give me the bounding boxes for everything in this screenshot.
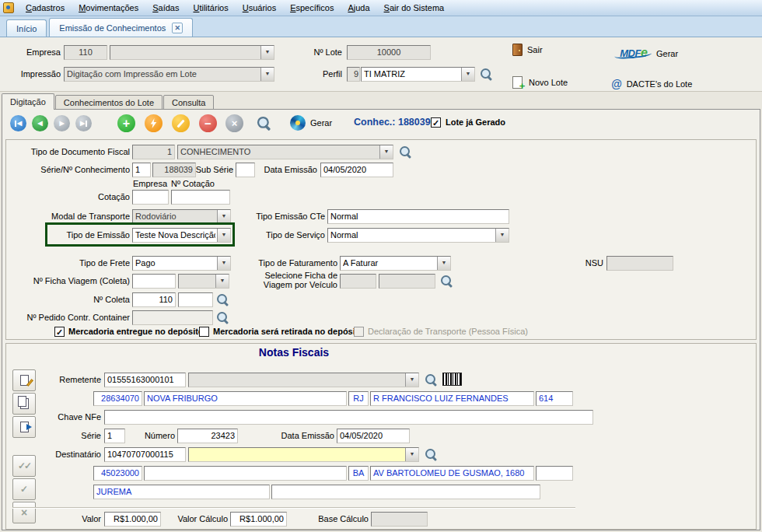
- remetente-numero-field[interactable]: 614: [536, 391, 573, 406]
- nav-first-button[interactable]: ◀: [10, 115, 26, 131]
- nota-import-button[interactable]: [12, 416, 36, 438]
- remetente-search-icon[interactable]: [425, 373, 438, 387]
- delete-record-button[interactable]: −: [199, 114, 217, 132]
- complemento-field[interactable]: [271, 485, 540, 499]
- menu-item-movimentacoes[interactable]: Movimentações: [72, 0, 145, 16]
- declaracao-transporte-label: Declaração de Transporte (Pessoa Física): [368, 324, 528, 339]
- nota-confirm-all-button[interactable]: ✓✓: [12, 455, 36, 477]
- nota-numero-field[interactable]: 23423: [177, 429, 238, 443]
- cotacao-numero-field[interactable]: [171, 190, 230, 205]
- menu-bar: Cadastros Movimentações Saídas Utilitári…: [0, 0, 762, 16]
- menu-item-saidas[interactable]: Saídas: [145, 0, 186, 16]
- tipo-emissao-select[interactable]: Teste Nova Descrição: [132, 228, 231, 243]
- nota-copy-button[interactable]: [12, 393, 36, 415]
- nota-data-emissao-field[interactable]: 04/05/2020: [337, 429, 410, 443]
- nota-cancel-button[interactable]: ×: [12, 502, 36, 523]
- gerar-mdfe-button[interactable]: MDFe Gerar: [616, 44, 678, 64]
- menu-item-sair-do-sistema[interactable]: Sair do Sistema: [377, 0, 452, 16]
- remetente-uf-field[interactable]: RJ: [348, 391, 369, 406]
- destinatario-numero-field[interactable]: [536, 466, 573, 481]
- ficha-veiculo-search-icon[interactable]: [440, 275, 453, 288]
- edit-record-button[interactable]: [172, 114, 190, 132]
- remetente-cidade-field[interactable]: NOVA FRIBURGO: [144, 391, 347, 406]
- dropdown-arrow-icon[interactable]: [437, 257, 450, 270]
- menu-item-ajuda[interactable]: Ajuda: [341, 0, 376, 16]
- impressao-select: Digitação com Impressão em Lote: [64, 67, 274, 82]
- tipo-faturamento-select[interactable]: A Faturar: [340, 256, 451, 271]
- search-records-icon[interactable]: [257, 116, 272, 131]
- destinatario-cep-field[interactable]: 45023000: [93, 466, 142, 481]
- mercadoria-entregue-checkbox[interactable]: [54, 327, 65, 337]
- destinatario-uf-field[interactable]: BA: [348, 466, 369, 481]
- mercadoria-retirada-checkbox[interactable]: [199, 327, 209, 337]
- destinatario-select[interactable]: [188, 447, 419, 462]
- perfil-search-icon[interactable]: [480, 68, 493, 81]
- menu-item-usuarios[interactable]: Usuários: [236, 0, 283, 16]
- pedido-container-field[interactable]: [132, 310, 213, 325]
- valor-calculo-field[interactable]: R$1.000,00: [230, 512, 287, 527]
- tab-inicio[interactable]: Início: [6, 19, 47, 37]
- dropdown-arrow-icon: [215, 275, 229, 288]
- dropdown-arrow-icon: [405, 373, 418, 387]
- serie-field[interactable]: 1: [132, 163, 151, 177]
- nsu-field: [606, 256, 673, 271]
- dropdown-arrow-icon[interactable]: [461, 68, 474, 81]
- data-emissao-field[interactable]: 04/05/2020: [320, 163, 393, 177]
- dacte-button[interactable]: DACTE's do Lote: [611, 78, 692, 90]
- close-tab-icon[interactable]: ✕: [172, 23, 183, 33]
- novo-lote-button[interactable]: Novo Lote: [512, 76, 568, 89]
- subtab-digitacao[interactable]: Digitação: [2, 93, 54, 110]
- pencil-icon: [177, 119, 184, 128]
- tipo-emissao-cte-field[interactable]: Normal: [327, 209, 509, 224]
- nota-confirm-button[interactable]: ✓: [12, 478, 36, 500]
- add-record-button[interactable]: +: [117, 114, 135, 132]
- destinatario-cidade-field[interactable]: [144, 466, 347, 481]
- destinatario-endereco-field[interactable]: AV BARTOLOMEU DE GUSMAO, 1680: [370, 466, 534, 481]
- coleta-field-2[interactable]: [178, 292, 213, 307]
- remetente-endereco-field[interactable]: R FRANCISCO LUIZ FERNANDES: [370, 391, 534, 406]
- tipo-documento-search-icon[interactable]: [399, 145, 412, 159]
- ficha-viagem-field[interactable]: [132, 274, 176, 289]
- gerar-toolbar-button[interactable]: Gerar: [290, 115, 332, 131]
- menu-item-utilitarios[interactable]: Utilitários: [186, 0, 235, 16]
- pedido-container-search-icon[interactable]: [216, 311, 229, 324]
- nav-previous-button[interactable]: ◀: [32, 115, 48, 131]
- bairro-field[interactable]: JUREMA: [93, 485, 270, 499]
- menu-item-especificos[interactable]: Específicos: [283, 0, 341, 16]
- tab-emissao-conhecimentos[interactable]: Emissão de Conhecimentos ✕: [49, 18, 193, 37]
- subtab-conhecimentos-do-lote[interactable]: Conhecimentos do Lote: [55, 95, 163, 110]
- dropdown-arrow-icon[interactable]: [217, 229, 230, 242]
- subtab-consulta[interactable]: Consulta: [163, 95, 214, 110]
- impressao-label: Impressão: [9, 67, 61, 82]
- nav-last-button[interactable]: ▶: [75, 115, 92, 131]
- dropdown-arrow-icon[interactable]: [405, 448, 418, 461]
- remetente-cep-field[interactable]: 28634070: [93, 391, 142, 406]
- dropdown-arrow-icon: [260, 46, 274, 59]
- sair-button[interactable]: Sair: [512, 44, 543, 56]
- dropdown-arrow-icon[interactable]: [217, 257, 230, 270]
- perfil-label: Perfil: [302, 67, 342, 82]
- subserie-field[interactable]: [236, 163, 255, 177]
- mercadoria-retirada-label: Mercadoria será retirada no depósito: [213, 324, 363, 339]
- destinatario-cnpj-field[interactable]: 10470707000115: [104, 447, 186, 462]
- remetente-cnpj-field[interactable]: 01555163000101: [104, 373, 186, 387]
- nota-serie-field[interactable]: 1: [104, 429, 125, 443]
- lote-ja-gerado-checkbox[interactable]: [431, 117, 441, 128]
- tipo-servico-select[interactable]: Normal: [327, 228, 509, 243]
- dropdown-arrow-icon[interactable]: [495, 229, 509, 242]
- coleta-field[interactable]: 110: [132, 292, 176, 307]
- coleta-search-icon[interactable]: [216, 293, 229, 306]
- cotacao-empresa-field[interactable]: [132, 190, 169, 205]
- cancel-record-button[interactable]: ×: [225, 114, 243, 132]
- tipo-frete-select[interactable]: Pago: [132, 256, 231, 271]
- nota-new-button[interactable]: [12, 369, 36, 391]
- nav-next-button[interactable]: ▶: [54, 115, 70, 131]
- barcode-icon[interactable]: [442, 373, 462, 386]
- post-record-button[interactable]: [145, 114, 163, 132]
- destinatario-search-icon[interactable]: [425, 448, 438, 461]
- perfil-select[interactable]: TI MATRIZ: [361, 67, 475, 82]
- valor-field[interactable]: R$1.000,00: [104, 512, 161, 527]
- empresa-column-label: Empresa: [133, 179, 167, 188]
- menu-item-cadastros[interactable]: Cadastros: [19, 0, 72, 16]
- chave-nfe-field[interactable]: [104, 410, 593, 425]
